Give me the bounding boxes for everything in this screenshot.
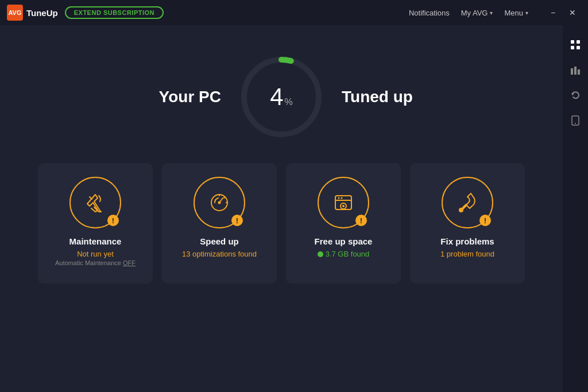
grid-sidebar-button[interactable] [565, 34, 586, 55]
gauge-percent-symbol: % [285, 97, 293, 107]
cards-section: ! Maintenance Not run yet Automatic Main… [0, 163, 563, 284]
grid-icon [570, 40, 581, 50]
maintenance-status: Not run yet [77, 250, 114, 258]
header: AVG TuneUp EXTEND SUBSCRIPTION Notificat… [0, 0, 588, 25]
speed-up-card[interactable]: ! Speed up 13 optimizations found [162, 163, 277, 284]
sidebar-right [563, 25, 588, 392]
window-controls: − ✕ [544, 4, 581, 21]
fix-problems-status: 1 problem found [440, 250, 494, 258]
speed-up-icon-wrap: ! [194, 177, 245, 228]
svg-rect-4 [571, 68, 573, 75]
undo-sidebar-button[interactable] [565, 85, 586, 106]
gauge-label-right: Tuned up [342, 88, 457, 106]
svg-line-11 [90, 197, 92, 199]
svg-rect-3 [577, 46, 580, 49]
speed-up-status: 13 optimizations found [182, 250, 257, 258]
free-up-space-icon [331, 190, 356, 215]
header-right: Notifications My AVG ▾ Menu ▾ − ✕ [409, 4, 581, 21]
maintenance-badge: ! [107, 215, 119, 226]
fix-problems-title: Fix problems [440, 236, 494, 246]
my-avg-nav[interactable]: My AVG ▾ [461, 9, 493, 17]
menu-nav[interactable]: Menu ▾ [504, 9, 528, 17]
gauge-section: Your PC 4 % Tuned up [0, 54, 563, 140]
maintenance-card[interactable]: ! Maintenance Not run yet Automatic Main… [38, 163, 153, 284]
maintenance-title: Maintenance [69, 236, 122, 246]
free-up-space-title: Free up space [315, 236, 373, 246]
mobile-icon [571, 115, 579, 126]
bar-chart-sidebar-button[interactable] [565, 60, 586, 80]
menu-chevron-icon: ▾ [525, 10, 528, 16]
notifications-nav[interactable]: Notifications [409, 9, 450, 17]
gauge-container: 4 % [238, 54, 324, 140]
svg-rect-6 [578, 69, 580, 75]
bar-chart-icon [570, 65, 581, 75]
minimize-button[interactable]: − [544, 4, 562, 21]
my-avg-chevron-icon: ▾ [490, 10, 493, 16]
svg-rect-0 [571, 40, 574, 44]
free-up-space-badge: ! [355, 215, 367, 226]
speed-up-badge: ! [231, 215, 243, 226]
main-content: Your PC 4 % Tuned up [0, 25, 563, 392]
svg-rect-1 [577, 40, 580, 44]
green-dot-icon [318, 251, 323, 257]
maintenance-icon [83, 190, 108, 215]
svg-rect-2 [571, 46, 574, 49]
free-up-space-card[interactable]: ! Free up space 3.7 GB found [286, 163, 401, 284]
gauge-label-left: Your PC [106, 88, 221, 106]
extend-subscription-button[interactable]: EXTEND SUBSCRIPTION [65, 6, 164, 19]
svg-point-16 [342, 205, 345, 207]
maintenance-substatus: Automatic Maintenance OFF [55, 259, 136, 266]
close-button[interactable]: ✕ [564, 4, 581, 21]
gauge-percent-value: 4 [270, 85, 283, 109]
speed-up-icon [207, 190, 232, 215]
header-left: AVG TuneUp EXTEND SUBSCRIPTION [7, 5, 164, 21]
fix-problems-icon-wrap: ! [442, 177, 493, 228]
maintenance-icon-wrap: ! [69, 177, 121, 228]
svg-point-8 [575, 123, 576, 124]
fix-problems-badge: ! [479, 215, 491, 226]
gauge-center: 4 % [270, 85, 293, 109]
svg-point-13 [218, 201, 221, 204]
svg-rect-5 [574, 67, 577, 75]
speed-up-title: Speed up [200, 236, 239, 246]
logo-text: TuneUp [26, 8, 58, 18]
mobile-sidebar-button[interactable] [565, 110, 586, 131]
free-up-space-status: 3.7 GB found [318, 250, 370, 258]
logo: AVG TuneUp [7, 5, 58, 21]
fix-problems-icon [455, 190, 480, 215]
fix-problems-card[interactable]: ! Fix problems 1 problem found [410, 163, 525, 284]
undo-icon [570, 90, 581, 100]
avg-logo-icon: AVG [7, 5, 23, 21]
free-up-space-icon-wrap: ! [318, 177, 369, 228]
